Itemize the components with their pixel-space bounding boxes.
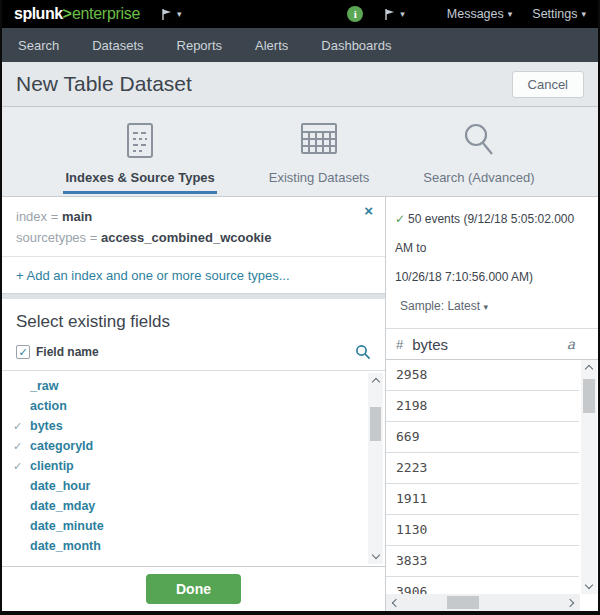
tab-label: Indexes & Source Types [63, 170, 216, 194]
select-fields-title: Select existing fields [2, 299, 385, 336]
pennant-icon [383, 8, 396, 21]
tab-search-advanced[interactable]: Search (Advanced) [421, 122, 536, 196]
index-line: index = main [16, 206, 371, 227]
scroll-up-button[interactable] [581, 360, 597, 375]
bytes-column-header[interactable]: bytes [412, 336, 448, 353]
field-item-bytes[interactable]: ✓bytes [2, 416, 385, 436]
nav-item-reports[interactable]: Reports [177, 38, 223, 53]
logo-brand-text: splunk [14, 5, 63, 23]
tab-existing-datasets[interactable]: Existing Datasets [267, 122, 371, 196]
field-item-date_minute[interactable]: date_minute [2, 516, 385, 536]
cancel-button[interactable]: Cancel [512, 71, 584, 98]
settings-label: Settings [532, 7, 577, 21]
bytes-cell: 1911 [396, 491, 427, 506]
top-bar-right: i ▾ Messages ▾ Settings ▾ [347, 6, 586, 22]
sourcetypes-value: access_combined_wcookie [101, 230, 272, 245]
top-bar: splunk>enterprise ▾ i ▾ Messages ▾ Setti… [2, 0, 598, 28]
caret-down-icon: ▾ [400, 9, 405, 19]
field-item-action[interactable]: action [2, 396, 385, 416]
sample-value: Latest [447, 299, 480, 313]
splunk-logo[interactable]: splunk>enterprise [14, 5, 140, 23]
field-name-label: date_hour [30, 479, 90, 493]
scroll-right-button[interactable] [563, 594, 580, 611]
field-item-date_month[interactable]: date_month [2, 536, 385, 556]
field-item-date_hour[interactable]: date_hour [2, 476, 385, 496]
scrollbar-thumb[interactable] [370, 407, 381, 441]
preview-table-body: 2958219866922231911113038333906996 [386, 360, 598, 611]
nav-item-datasets[interactable]: Datasets [92, 38, 143, 53]
scrollbar-track[interactable] [581, 375, 597, 579]
preview-table-header: # bytes a [386, 329, 598, 360]
sample-dropdown[interactable]: Sample: Latest ▾ [395, 292, 592, 322]
page-title: New Table Dataset [16, 72, 192, 96]
settings-menu[interactable]: Settings ▾ [532, 7, 586, 21]
add-index-link[interactable]: + Add an index and one or more source ty… [2, 257, 385, 293]
select-all-checkbox[interactable]: ✓ [16, 345, 30, 359]
table-row: 2198 [386, 391, 579, 422]
messages-menu[interactable]: Messages ▾ [447, 7, 513, 21]
preview-panel: ✓50 events (9/12/18 5:05:02.000 AM to 10… [386, 197, 598, 611]
scrollbar-thumb[interactable] [583, 379, 595, 413]
caret-down-icon: ▾ [581, 9, 586, 19]
field-name-label: date_month [30, 539, 101, 553]
scrollbar-track[interactable] [368, 388, 383, 549]
field-item-clientip[interactable]: ✓clientip [2, 456, 385, 476]
index-value: main [62, 209, 92, 224]
left-footer: Done [2, 567, 385, 611]
table-vertical-scrollbar[interactable] [581, 360, 597, 594]
field-list: _rawaction✓bytes✓categoryId✓clientipdate… [2, 371, 385, 567]
events-line-1: ✓50 events (9/12/18 5:05:02.000 AM to [395, 205, 592, 263]
sourcetypes-line: sourcetypes = access_combined_wcookie [16, 227, 371, 248]
table-horizontal-scrollbar[interactable] [386, 594, 580, 611]
sample-label: Sample: [400, 299, 444, 313]
info-icon[interactable]: i [347, 6, 363, 22]
field-name-label: date_mday [30, 499, 95, 513]
logo-product-text: enterprise [72, 5, 140, 23]
field-header-label: Field name [36, 345, 99, 359]
scrollbar-thumb[interactable] [447, 596, 479, 609]
field-name-label: date_minute [30, 519, 104, 533]
events-summary: ✓50 events (9/12/18 5:05:02.000 AM to 10… [386, 197, 598, 329]
main-content: index = main sourcetypes = access_combin… [2, 197, 598, 611]
scroll-left-button[interactable] [386, 594, 403, 611]
field-search-button[interactable] [355, 344, 371, 360]
tab-label: Search (Advanced) [421, 170, 536, 194]
app-window: splunk>enterprise ▾ i ▾ Messages ▾ Setti… [0, 0, 600, 615]
nav-item-alerts[interactable]: Alerts [255, 38, 288, 53]
pennant-icon [160, 8, 173, 21]
field-name-label: categoryId [30, 439, 93, 453]
string-type-icon: a [567, 336, 575, 352]
app-switcher-button[interactable]: ▾ [160, 8, 182, 21]
search-icon [355, 344, 371, 360]
events-line-2: 10/26/18 7:10:56.000 AM) [395, 263, 592, 292]
check-icon: ✓ [13, 460, 30, 473]
field-name-label: clientip [30, 459, 74, 473]
sourcetypes-label: sourcetypes = [16, 230, 97, 245]
tab-indexes-source-types[interactable]: Indexes & Source Types [63, 122, 216, 196]
table-row: 3833 [386, 546, 579, 577]
scroll-down-button[interactable] [368, 549, 384, 564]
activity-button[interactable]: ▾ [383, 8, 405, 21]
bytes-cell: 1130 [396, 522, 427, 537]
field-item-date_mday[interactable]: date_mday [2, 496, 385, 516]
field-item-_raw[interactable]: _raw [2, 376, 385, 396]
scroll-up-button[interactable] [368, 373, 384, 388]
messages-label: Messages [447, 7, 504, 21]
field-name-label: action [30, 399, 67, 413]
nav-item-search[interactable]: Search [18, 38, 59, 53]
nav-item-dashboards[interactable]: Dashboards [321, 38, 391, 53]
close-icon[interactable]: × [364, 203, 373, 218]
scroll-down-button[interactable] [581, 579, 597, 594]
table-row: 1130 [386, 515, 579, 546]
search-advanced-icon [462, 122, 496, 162]
nav-bar: SearchDatasetsReportsAlertsDashboards [2, 28, 598, 62]
scrollbar-track[interactable] [403, 594, 563, 611]
check-icon: ✓ [13, 440, 30, 453]
bytes-cell: 2958 [396, 367, 427, 382]
field-list-scrollbar[interactable] [368, 373, 383, 564]
table-row: 669 [386, 422, 579, 453]
done-button[interactable]: Done [146, 574, 241, 604]
check-icon: ✓ [395, 212, 405, 226]
bytes-cell: 669 [396, 429, 419, 444]
field-item-categoryId[interactable]: ✓categoryId [2, 436, 385, 456]
